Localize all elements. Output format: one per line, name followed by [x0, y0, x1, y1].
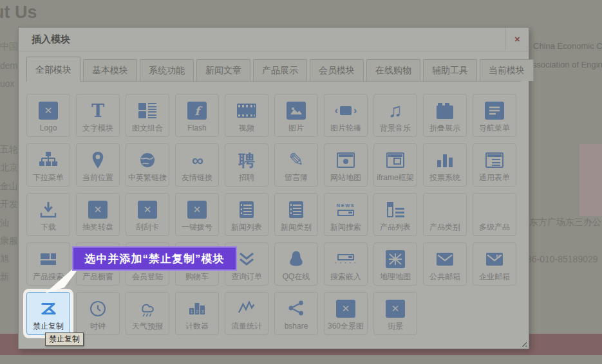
- module-cell-0[interactable]: ✕Logo: [26, 94, 70, 137]
- module-label: 产品列表: [380, 223, 411, 231]
- module-cell-15[interactable]: ✎留言簿: [274, 143, 318, 187]
- module-cell-38[interactable]: 公共邮箱: [423, 242, 467, 286]
- module-cell-26[interactable]: NEWS新闻搜索: [324, 193, 368, 236]
- module-cell-41[interactable]: 时钟: [76, 292, 120, 335]
- nav-menu-icon: [485, 99, 504, 122]
- module-label: 视频: [239, 124, 254, 132]
- module-label: bshare: [285, 322, 308, 330]
- module-cell-35[interactable]: QQ在线: [274, 242, 318, 286]
- module-cell-10[interactable]: 下拉菜单: [26, 143, 70, 187]
- module-cell-11[interactable]: 当前位置: [76, 143, 120, 187]
- module-label: 企业邮箱: [479, 273, 510, 280]
- tab-news-articles[interactable]: 新闻文章: [196, 59, 250, 81]
- module-cell-29[interactable]: ABC多级产品: [473, 193, 516, 236]
- iframe-icon: [386, 149, 404, 172]
- tab-product-display[interactable]: 产品展示: [253, 59, 307, 81]
- resize-grip[interactable]: [520, 340, 527, 347]
- module-cell-19[interactable]: 通用表单: [473, 143, 516, 187]
- module-cell-9[interactable]: 导航菜单: [473, 94, 516, 137]
- insert-module-dialog: 插入模块 × 全部模块基本模块系统功能新闻文章产品展示会员模块在线购物辅助工具当…: [18, 27, 529, 349]
- module-cell-45[interactable]: bshare: [274, 292, 318, 335]
- module-label: 公共邮箱: [429, 273, 460, 280]
- close-button[interactable]: ×: [505, 28, 529, 50]
- module-cell-7[interactable]: ♫背景音乐: [373, 94, 417, 137]
- module-cell-42[interactable]: 天气预报: [126, 292, 169, 335]
- tab-all-modules[interactable]: 全部模块: [26, 57, 80, 82]
- background-text-fragment: 康服: [0, 235, 19, 247]
- background-image-strip: [579, 144, 602, 216]
- module-cell-8[interactable]: 折叠展示: [423, 94, 467, 137]
- module-cell-13[interactable]: ∞友情链接: [175, 143, 219, 187]
- tab-current-module[interactable]: 当前模块: [480, 59, 534, 81]
- module-cell-44[interactable]: 流量统计: [225, 292, 268, 335]
- module-cell-4[interactable]: 视频: [225, 94, 268, 137]
- module-cell-12[interactable]: 中英繁链接: [126, 143, 169, 187]
- module-label: 时钟: [90, 322, 106, 330]
- module-label: 刮刮卡: [136, 223, 159, 231]
- logo-mark-icon: ✕: [138, 198, 157, 221]
- module-cell-28[interactable]: ABC产品类别: [423, 193, 467, 236]
- module-cell-18[interactable]: 投票系统: [423, 143, 467, 187]
- double-chevron-icon: [237, 248, 256, 271]
- module-cell-39[interactable]: N企业邮箱: [473, 242, 516, 286]
- module-cell-22[interactable]: ✕刮刮卡: [126, 193, 169, 236]
- map-cross-icon: [386, 248, 405, 271]
- form-icon: [485, 149, 503, 172]
- module-cell-37[interactable]: 地理地图: [373, 242, 417, 286]
- download-icon: [39, 198, 58, 221]
- tab-system-functions[interactable]: 系统功能: [140, 59, 194, 81]
- tab-auxiliary-tools[interactable]: 辅助工具: [423, 59, 477, 81]
- module-label: 图片: [288, 124, 304, 132]
- module-cell-3[interactable]: fFlash: [175, 94, 219, 137]
- envelope-icon: [435, 248, 455, 271]
- module-label: 查询订单: [231, 273, 262, 280]
- svg-text:3: 3: [202, 309, 204, 314]
- module-cell-14[interactable]: 聘招聘: [225, 143, 268, 187]
- module-cell-2[interactable]: 图文组合: [126, 94, 169, 137]
- module-cell-1[interactable]: T文字模块: [76, 94, 120, 137]
- module-cell-43[interactable]: 123计数器: [175, 292, 219, 335]
- tab-online-shopping[interactable]: 在线购物: [366, 59, 420, 81]
- background-text-fragment: 五轮: [0, 144, 19, 156]
- module-label: Flash: [187, 124, 206, 132]
- recruit-icon: 聘: [239, 149, 255, 172]
- background-text-fragment: China Economic Co: [533, 41, 602, 51]
- module-cell-40[interactable]: 禁止复制: [26, 292, 70, 335]
- location-pin-icon: [88, 149, 108, 172]
- module-cell-46[interactable]: ✕360全景图: [324, 292, 368, 335]
- module-cell-21[interactable]: ✕抽奖转盘: [76, 193, 120, 236]
- logo-mark-icon: ✕: [187, 198, 207, 221]
- background-text-fragment: 旭: [0, 253, 19, 265]
- module-cell-47[interactable]: ✕街景: [373, 292, 417, 335]
- module-label: 友情链接: [182, 174, 212, 181]
- module-label: QQ在线: [283, 273, 310, 280]
- module-label: 会员登陆: [132, 273, 163, 280]
- module-label: 产品类别: [429, 223, 460, 231]
- tab-basic-modules[interactable]: 基本模块: [83, 59, 137, 81]
- chain-icon: ∞: [192, 149, 202, 172]
- module-label: 下载: [41, 223, 56, 231]
- dialog-titlebar[interactable]: 插入模块 ×: [19, 28, 529, 51]
- module-cell-23[interactable]: ✕一键拨号: [175, 193, 219, 236]
- logo-mark-icon: ✕: [88, 198, 108, 221]
- module-label: 中英繁链接: [128, 174, 167, 181]
- module-cell-20[interactable]: 下载: [26, 193, 70, 236]
- module-cell-36[interactable]: · · · · ·搜索嵌入: [324, 242, 368, 286]
- module-cell-6[interactable]: ‹›图片轮播: [324, 94, 368, 137]
- module-cell-27[interactable]: 产品列表: [373, 193, 417, 236]
- module-label: 禁止复制: [33, 322, 64, 330]
- module-cell-25[interactable]: 新闻类别: [274, 193, 318, 236]
- penguin-icon: [287, 248, 306, 271]
- module-label: 一键拨号: [182, 223, 212, 231]
- module-label: Logo: [40, 124, 57, 132]
- envelope-n-icon: N: [485, 248, 504, 271]
- module-label: 网站地图: [330, 174, 361, 181]
- module-cell-17[interactable]: iframe框架: [373, 143, 417, 187]
- svg-text:N: N: [496, 253, 500, 259]
- module-cell-5[interactable]: 图片: [274, 94, 318, 137]
- tab-member-modules[interactable]: 会员模块: [310, 59, 364, 81]
- module-label: 天气预报: [132, 322, 163, 330]
- module-cell-16[interactable]: 网站地图: [324, 143, 368, 187]
- svg-text:2: 2: [196, 309, 198, 314]
- module-cell-24[interactable]: 新闻列表: [225, 193, 268, 236]
